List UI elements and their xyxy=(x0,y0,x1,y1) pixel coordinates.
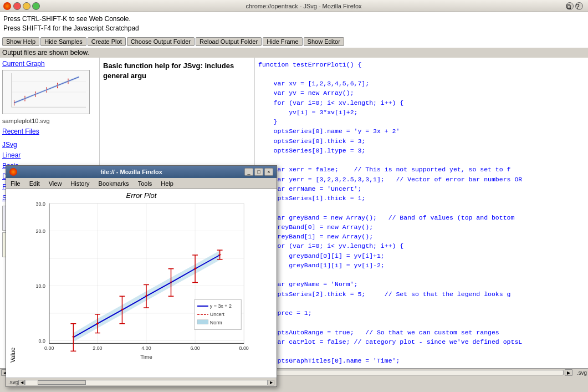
firefox-icon xyxy=(3,2,11,10)
scroll-right-button[interactable]: ▶ xyxy=(565,369,572,376)
hide-frame-button[interactable]: Hide Frame xyxy=(263,37,302,46)
popup-bottom-url: .svg xyxy=(8,379,18,385)
help-title: Basic function help for JSvg: includes g… xyxy=(103,61,251,81)
bottom-url: .svg xyxy=(577,370,587,376)
svg-text:+: + xyxy=(96,320,99,327)
choose-output-folder-button[interactable]: Choose Output Folder xyxy=(127,37,195,46)
show-help-button[interactable]: Show Help xyxy=(2,37,39,46)
output-line: Output files are shown below. xyxy=(0,48,588,58)
menu-bookmarks[interactable]: Bookmarks xyxy=(96,180,131,187)
help-button[interactable]: ? xyxy=(575,2,583,10)
svg-text:+: + xyxy=(145,293,148,299)
svg-text:Norm: Norm xyxy=(210,320,222,325)
svg-text:10.0: 10.0 xyxy=(36,283,45,289)
svg-text:y = 3x + 2: y = 3x + 2 xyxy=(210,303,232,309)
svg-text:Time: Time xyxy=(140,354,152,360)
chart-ylabel: Value xyxy=(8,201,16,363)
svg-text:8.00: 8.00 xyxy=(239,345,249,351)
menu-tools[interactable]: Tools xyxy=(136,180,155,187)
chart-area: Value xyxy=(8,201,274,363)
menu-history[interactable]: History xyxy=(68,180,91,187)
popup-minimize-button[interactable]: _ xyxy=(244,168,253,176)
menu-edit[interactable]: Edit xyxy=(27,180,42,187)
popup-scroll-track[interactable] xyxy=(25,380,268,385)
code-panel: function testErrorPlot1() { var xv = [1,… xyxy=(255,58,588,368)
popup-title: file:// - Mozilla Firefox xyxy=(19,169,243,175)
main-toolbar: Show Help Hide Samples Create Plot Choos… xyxy=(0,35,588,48)
close-button[interactable] xyxy=(13,2,21,10)
console-line-2: Press SHIFT-F4 for the Javascript Scratc… xyxy=(3,24,585,33)
popup-firefox-icon xyxy=(9,168,17,176)
chart-main: 30.0 20.0 10.0 0.0 0.00 2.00 4.00 6.00 8… xyxy=(16,201,274,363)
browser-title: chrome://opentrack - JSvg - Mozilla Fire… xyxy=(42,3,566,9)
show-editor-button[interactable]: Show Editor xyxy=(304,37,344,46)
svg-text:0.00: 0.00 xyxy=(44,345,54,351)
svg-text:6.00: 6.00 xyxy=(190,345,200,351)
svg-text:+: + xyxy=(121,307,124,313)
popup-titlebar: file:// - Mozilla Firefox _ □ × xyxy=(6,166,277,178)
code-content[interactable]: function testErrorPlot1() { var xv = [1,… xyxy=(255,58,588,368)
popup-chart-content: Error Plot Value xyxy=(6,189,277,378)
min-button[interactable] xyxy=(23,2,30,10)
svg-text:+: + xyxy=(71,334,75,340)
popup-scroll-thumb[interactable] xyxy=(38,380,86,385)
popup-menubar: File Edit View History Bookmarks Tools H… xyxy=(6,178,277,189)
svg-text:+: + xyxy=(218,252,222,258)
browser-titlebar: chrome://opentrack - JSvg - Mozilla Fire… xyxy=(0,0,588,12)
hide-samples-button[interactable]: Hide Samples xyxy=(40,37,86,46)
menu-file[interactable]: File xyxy=(8,180,23,187)
popup-bottom-bar: .svg ◀ ▶ xyxy=(6,378,277,386)
svg-text:30.0: 30.0 xyxy=(36,201,45,207)
graph-thumbnail xyxy=(2,70,90,114)
chart-title: Error Plot xyxy=(8,191,274,200)
menu-view[interactable]: View xyxy=(47,180,64,187)
svg-text:4.00: 4.00 xyxy=(141,345,151,351)
jsvg-link[interactable]: JSvg xyxy=(2,140,97,150)
console-area: Press CTRL-SHIFT-K to see Web Console. P… xyxy=(0,12,588,35)
sample-name: sampleplot10.svg xyxy=(2,116,97,125)
create-plot-button[interactable]: Create Plot xyxy=(88,37,126,46)
svg-text:+: + xyxy=(170,279,173,285)
popup-close-button[interactable]: × xyxy=(264,168,273,176)
recent-files-link[interactable]: Recent Files xyxy=(2,128,97,135)
popup-scroll-right[interactable]: ▶ xyxy=(268,380,274,385)
svg-text:2.00: 2.00 xyxy=(93,345,102,351)
popup-scroll-left[interactable]: ◀ xyxy=(18,380,25,385)
max-button[interactable] xyxy=(32,2,40,10)
reload-output-folder-button[interactable]: Reload Output Folder xyxy=(196,37,262,46)
console-line-1: Press CTRL-SHIFT-K to see Web Console. xyxy=(3,14,585,24)
code-scroll[interactable]: function testErrorPlot1() { var xv = [1,… xyxy=(255,58,588,368)
svg-text:0.0: 0.0 xyxy=(38,338,45,344)
popup-maximize-button[interactable]: □ xyxy=(254,168,263,176)
popup-window: file:// - Mozilla Firefox _ □ × File Edi… xyxy=(6,165,277,387)
svg-text:20.0: 20.0 xyxy=(36,228,45,234)
current-graph-link[interactable]: Current Graph xyxy=(2,60,45,68)
menu-help[interactable]: Help xyxy=(158,180,176,187)
linear-link[interactable]: Linear xyxy=(2,150,97,161)
svg-rect-87 xyxy=(197,320,208,324)
restore-button[interactable]: ⧉ xyxy=(566,2,574,10)
svg-text:+: + xyxy=(193,266,197,272)
svg-text:Uncert: Uncert xyxy=(210,312,225,317)
chart-container: Error Plot Value xyxy=(8,191,274,375)
